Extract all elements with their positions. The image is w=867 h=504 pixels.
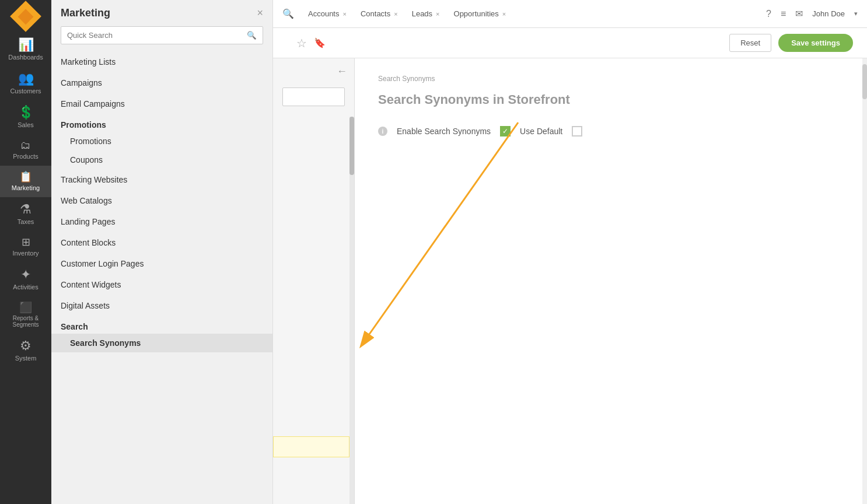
scrollbar-thumb[interactable] <box>349 117 354 175</box>
menu-section-search: Search <box>51 316 272 334</box>
top-bar-right: ? ≡ ✉ John Doe ▾ <box>766 8 858 19</box>
tab-contacts-close[interactable]: × <box>394 10 397 18</box>
main-area: 🔍 Accounts × Contacts × Leads × Opportun… <box>273 0 867 504</box>
menu-item-content-blocks[interactable]: Content Blocks <box>51 232 272 253</box>
scrollbar-track[interactable] <box>349 117 354 504</box>
page-title: Search Synonyms in Storefront <box>378 92 839 107</box>
app-logo <box>0 0 51 33</box>
right-scrollbar-thumb[interactable] <box>862 64 867 99</box>
icon-nav: 📊 Dashboards 👥 Customers 💲 Sales 🗂 Produ… <box>0 0 51 504</box>
tab-accounts-close[interactable]: × <box>342 10 346 18</box>
menu-sub-item-search-synonyms[interactable]: Search Synonyms <box>51 334 272 352</box>
left-panel: ← <box>273 58 355 504</box>
sidebar-item-taxes[interactable]: ⚗ Taxes <box>0 197 51 231</box>
svg-line-1 <box>366 123 518 338</box>
taxes-icon: ⚗ <box>20 203 32 216</box>
use-default-checkbox[interactable] <box>572 126 582 136</box>
search-input[interactable] <box>61 27 241 44</box>
sidebar-item-customers[interactable]: 👥 Customers <box>0 66 51 100</box>
breadcrumb: Search Synonyms <box>378 75 839 83</box>
sidebar-item-reports[interactable]: ⬛ Reports &Segments <box>0 296 51 334</box>
highlight-box <box>273 436 349 457</box>
customers-icon: 👥 <box>18 72 34 85</box>
search-box: 🔍 <box>61 26 263 44</box>
sidebar-item-activities[interactable]: ✦ Activities <box>0 262 51 296</box>
use-default-label: Use Default <box>520 127 562 136</box>
menu-list: Marketing Lists Campaigns Email Campaign… <box>51 51 272 504</box>
enable-search-synonyms-label: Enable Search Synonyms <box>397 127 491 136</box>
reset-button[interactable]: Reset <box>729 34 771 52</box>
tab-leads[interactable]: Leads × <box>407 7 445 20</box>
menu-item-marketing-lists[interactable]: Marketing Lists <box>51 51 272 72</box>
marketing-header: Marketing × <box>51 0 272 26</box>
tab-opportunities[interactable]: Opportunities × <box>449 7 511 20</box>
menu-item-landing-pages[interactable]: Landing Pages <box>51 211 272 232</box>
dashboards-icon: 📊 <box>18 38 34 51</box>
tab-leads-close[interactable]: × <box>436 10 439 18</box>
sidebar-item-dashboards[interactable]: 📊 Dashboards <box>0 33 51 66</box>
action-bar: ☆ 🔖 Reset Save settings <box>273 28 867 58</box>
sales-icon: 💲 <box>18 106 34 119</box>
bookmark-icon[interactable]: 🔖 <box>314 37 326 48</box>
system-icon: ⚙ <box>20 340 32 352</box>
products-icon: 🗂 <box>20 140 31 150</box>
menu-section-promotions: Promotions <box>51 114 272 132</box>
menu-item-content-widgets[interactable]: Content Widgets <box>51 274 272 295</box>
tab-contacts[interactable]: Contacts × <box>356 7 403 20</box>
sidebar-item-inventory[interactable]: ⊞ Inventory <box>0 231 51 262</box>
menu-item-campaigns[interactable]: Campaigns <box>51 72 272 93</box>
tab-accounts[interactable]: Accounts × <box>303 7 351 20</box>
user-name: John Doe <box>812 9 845 18</box>
menu-item-digital-assets[interactable]: Digital Assets <box>51 295 272 316</box>
top-bar: 🔍 Accounts × Contacts × Leads × Opportun… <box>273 0 867 28</box>
sidebar-item-products[interactable]: 🗂 Products <box>0 134 51 166</box>
marketing-icon: 📋 <box>19 172 32 182</box>
search-button[interactable]: 🔍 <box>241 27 263 44</box>
reports-icon: ⬛ <box>19 302 32 313</box>
main-content: Search Synonyms Search Synonyms in Store… <box>355 58 862 504</box>
sidebar-item-sales[interactable]: 💲 Sales <box>0 100 51 134</box>
mail-icon[interactable]: ✉ <box>795 8 803 19</box>
help-icon[interactable]: ? <box>766 9 771 19</box>
menu-item-web-catalogs[interactable]: Web Catalogs <box>51 190 272 211</box>
setting-row-enable-search-synonyms: i Enable Search Synonyms ✓ Use Default <box>378 126 839 136</box>
info-icon[interactable]: i <box>378 127 387 136</box>
right-scrollbar[interactable] <box>862 58 867 504</box>
tab-opportunities-close[interactable]: × <box>502 10 506 18</box>
star-icon[interactable]: ☆ <box>296 36 307 50</box>
menu-item-customer-login-pages[interactable]: Customer Login Pages <box>51 253 272 274</box>
menu-item-email-campaigns[interactable]: Email Campaigns <box>51 93 272 114</box>
sidebar-item-system[interactable]: ⚙ System <box>0 334 51 368</box>
inventory-icon: ⊞ <box>22 237 30 247</box>
close-button[interactable]: × <box>257 7 263 19</box>
user-dropdown-arrow[interactable]: ▾ <box>854 10 858 18</box>
menu-item-tracking-websites[interactable]: Tracking Websites <box>51 169 272 190</box>
menu-icon[interactable]: ≡ <box>781 9 786 19</box>
back-button[interactable]: ← <box>337 65 347 78</box>
search-icon[interactable]: 🔍 <box>282 8 294 19</box>
menu-sub-item-coupons[interactable]: Coupons <box>51 150 272 169</box>
marketing-panel: Marketing × 🔍 Marketing Lists Campaigns … <box>51 0 273 504</box>
enable-search-synonyms-checkbox[interactable]: ✓ <box>500 126 511 136</box>
annotation-arrow <box>355 58 862 504</box>
marketing-title: Marketing <box>61 7 110 19</box>
save-settings-button[interactable]: Save settings <box>778 34 853 52</box>
content-area: ← Search Synonyms <box>273 58 867 504</box>
activities-icon: ✦ <box>20 268 31 281</box>
sidebar-item-marketing[interactable]: 📋 Marketing <box>0 166 51 197</box>
menu-sub-item-promotions[interactable]: Promotions <box>51 132 272 150</box>
